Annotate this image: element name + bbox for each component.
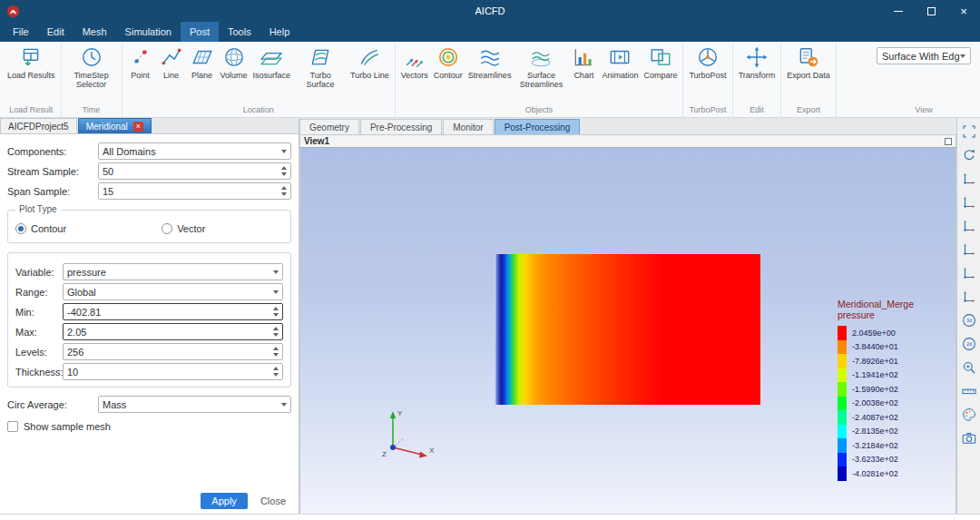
- chart-button[interactable]: Chart: [568, 44, 599, 82]
- menu-item-edit[interactable]: Edit: [38, 22, 74, 42]
- thickness-stepper[interactable]: [63, 363, 283, 380]
- animation-button[interactable]: Animation: [599, 44, 641, 82]
- spin-down-icon[interactable]: [281, 192, 287, 196]
- streamlines-button[interactable]: Streamlines: [466, 44, 514, 82]
- spin-up-icon[interactable]: [273, 347, 279, 350]
- legend-color-swatch: [838, 340, 847, 355]
- compare-button[interactable]: Compare: [641, 44, 680, 82]
- tab-label: Meridional: [86, 122, 128, 132]
- refresh-view-button[interactable]: [960, 147, 978, 165]
- perspective-3d-icon: 3d: [961, 312, 977, 330]
- menu-item-file[interactable]: File: [4, 22, 38, 42]
- ribbon-button-label: Volume: [220, 71, 248, 80]
- spin-up-icon[interactable]: [273, 327, 279, 330]
- turbo-line-button[interactable]: Turbo Line: [348, 44, 392, 82]
- menu-bar: FileEditMeshSimulationPostToolsHelp: [0, 22, 980, 42]
- transform-button[interactable]: Transform: [736, 44, 779, 82]
- spin-down-icon[interactable]: [273, 373, 279, 377]
- load-results-button[interactable]: Load Results: [5, 44, 58, 82]
- menu-item-post[interactable]: Post: [181, 22, 219, 42]
- menu-item-simulation[interactable]: Simulation: [116, 22, 181, 42]
- spin-down-icon[interactable]: [273, 313, 279, 317]
- vectors-button[interactable]: Vectors: [398, 44, 431, 82]
- plot-type-radio-contour[interactable]: Contour: [15, 223, 66, 234]
- viewport-3d[interactable]: Meridional_Merge pressure 2.0459e+00-3.8…: [299, 148, 956, 514]
- line-button[interactable]: Line: [156, 44, 187, 82]
- range-select[interactable]: Global: [63, 283, 283, 300]
- span-sample-input[interactable]: [103, 186, 278, 197]
- close-button[interactable]: ×: [947, 0, 980, 22]
- apply-button[interactable]: Apply: [201, 493, 248, 509]
- levels-input[interactable]: [67, 347, 270, 358]
- stream-sample-stepper[interactable]: [98, 162, 291, 180]
- tab-geometry[interactable]: Geometry: [299, 119, 359, 134]
- close-panel-button[interactable]: Close: [255, 493, 291, 509]
- perspective-3d-button[interactable]: 3d: [960, 312, 978, 330]
- view-back-button[interactable]: [960, 289, 978, 307]
- timestep-selector-button[interactable]: TimeStep Selector: [64, 44, 119, 91]
- tab-monitor[interactable]: Monitor: [443, 119, 493, 134]
- tab-post-processing[interactable]: Post-Processing: [495, 119, 581, 134]
- ribbon-group-title: Export: [784, 104, 833, 117]
- plane-button[interactable]: Plane: [187, 44, 218, 82]
- thickness-input[interactable]: [67, 367, 270, 378]
- show-sample-mesh-checkbox[interactable]: [7, 421, 18, 432]
- spin-up-icon[interactable]: [273, 307, 279, 310]
- maximize-view-icon[interactable]: [945, 138, 952, 145]
- tab-close-button[interactable]: ×: [133, 122, 143, 132]
- volume-button[interactable]: Volume: [218, 44, 250, 82]
- chevron-down-icon: [273, 270, 279, 274]
- view-mode-value: Surface With Edge: [882, 51, 960, 62]
- panel-tab-meridional[interactable]: Meridional×: [78, 118, 152, 133]
- max-input[interactable]: [67, 327, 270, 338]
- zoom-window-button[interactable]: [960, 359, 978, 378]
- min-input[interactable]: [67, 307, 270, 318]
- menu-item-tools[interactable]: Tools: [219, 22, 260, 42]
- contour-button[interactable]: Contour: [431, 44, 466, 82]
- levels-stepper[interactable]: [63, 343, 283, 360]
- menu-item-mesh[interactable]: Mesh: [74, 22, 116, 42]
- components-select[interactable]: All Domains: [98, 142, 291, 160]
- menu-item-help[interactable]: Help: [260, 22, 299, 42]
- perspective-2d-button[interactable]: 2d: [960, 336, 978, 354]
- view-isometric-button[interactable]: [960, 171, 978, 189]
- turbopost-button[interactable]: TurboPost: [686, 44, 729, 82]
- stream-sample-input[interactable]: [103, 166, 278, 177]
- panel-tab-aicfdproject5[interactable]: AICFDProject5: [0, 118, 77, 133]
- spin-down-icon[interactable]: [273, 353, 279, 357]
- surface-streamlines-button[interactable]: Surface Streamlines: [514, 44, 568, 91]
- screenshot-camera-button[interactable]: [960, 430, 978, 448]
- spin-up-icon[interactable]: [273, 367, 279, 370]
- color-palette-button[interactable]: [960, 407, 978, 425]
- svg-text:X: X: [429, 446, 435, 455]
- fit-view-button[interactable]: [960, 123, 978, 142]
- view-top-button[interactable]: [960, 218, 978, 236]
- legend-tick: -1.5990e+02: [838, 382, 956, 397]
- circ-average-select[interactable]: Mass: [98, 396, 291, 413]
- min-stepper[interactable]: [63, 303, 283, 320]
- span-sample-label: Span Sample:: [7, 186, 98, 197]
- max-stepper[interactable]: [63, 323, 283, 340]
- window-controls: ×: [882, 0, 980, 22]
- view-left-button[interactable]: [960, 241, 978, 260]
- maximize-button[interactable]: [915, 0, 947, 22]
- view-front-button[interactable]: [960, 194, 978, 212]
- view-right-button[interactable]: [960, 265, 978, 283]
- variable-select[interactable]: pressure: [63, 263, 283, 280]
- turbo-surface-button[interactable]: Turbo Surface: [293, 44, 348, 91]
- plot-type-radios: ContourVector: [15, 220, 283, 238]
- span-sample-stepper[interactable]: [98, 182, 291, 200]
- spin-down-icon[interactable]: [273, 333, 279, 337]
- view-mode-select[interactable]: Surface With Edge: [877, 47, 971, 64]
- spin-up-icon[interactable]: [281, 166, 287, 170]
- tab-pre-processing[interactable]: Pre-Processing: [360, 119, 442, 134]
- spin-down-icon[interactable]: [281, 172, 287, 176]
- point-button[interactable]: Point: [125, 44, 156, 82]
- axes-triad-icon: Y X Z: [373, 404, 438, 464]
- minimize-button[interactable]: [882, 0, 915, 22]
- spin-up-icon[interactable]: [281, 186, 287, 190]
- export-data-button[interactable]: Export Data: [784, 44, 833, 82]
- plot-type-radio-vector[interactable]: Vector: [162, 223, 205, 234]
- isosurface-button[interactable]: Isosurface: [250, 44, 294, 82]
- scale-ruler-button[interactable]: [960, 383, 978, 401]
